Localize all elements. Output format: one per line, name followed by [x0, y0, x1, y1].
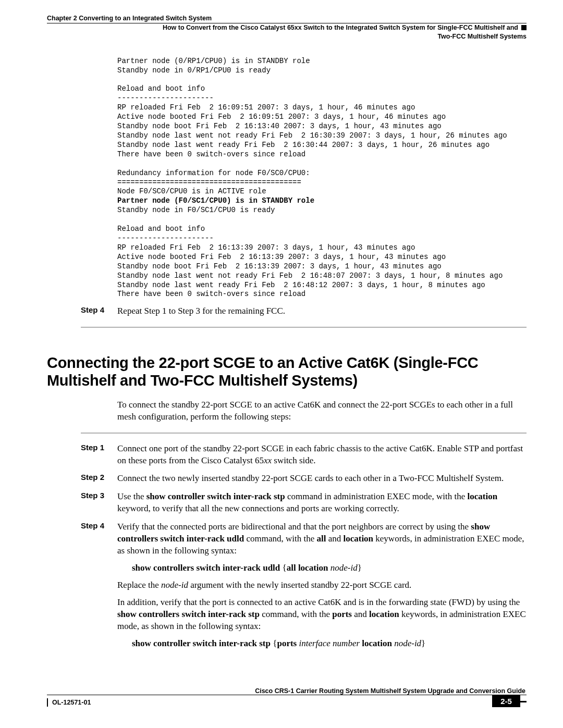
step-4: Step 4 Verify that the connected ports a… — [117, 521, 527, 655]
chapter-label: Chapter 2 Converting to an Integrated Sw… — [47, 15, 527, 22]
step-label: Step 4 — [81, 521, 117, 530]
header-square-icon — [521, 25, 527, 30]
step-body: Use the show controller switch inter-rac… — [117, 491, 527, 515]
step4-para3: In addition, verify that the port is con… — [117, 597, 527, 633]
footer-doc-title: Cisco CRS-1 Carrier Routing System Multi… — [47, 687, 525, 695]
section-heading: Connecting the 22-port SCGE to an Active… — [47, 354, 527, 389]
section-divider — [81, 327, 527, 328]
step-label: Step 2 — [81, 473, 117, 482]
step-4-repeat: Step 4 Repeat Step 1 to Step 3 for the r… — [117, 305, 527, 317]
step-label: Step 4 — [81, 305, 117, 314]
footer-row: OL-12571-01 2-5 — [47, 695, 527, 708]
step-body: Connect one port of the standby 22-port … — [117, 443, 527, 467]
header-subtitle-line2: Two-FCC Multishelf Systems — [437, 33, 527, 40]
command-syntax-stp: show controller switch inter-rack stp {p… — [132, 638, 527, 650]
step4-para2: Replace the node-id argument with the ne… — [117, 579, 527, 591]
command-syntax-udld: show controllers switch inter-rack udld … — [132, 562, 527, 574]
step-body: Verify that the connected ports are bidi… — [117, 521, 527, 655]
step-body: Repeat Step 1 to Step 3 for the remainin… — [117, 305, 285, 317]
page: Chapter 2 Converting to an Integrated Sw… — [0, 0, 563, 728]
chapter-header: Chapter 2 Converting to an Integrated Sw… — [47, 15, 527, 41]
header-subtitle: How to Convert from the Cisco Catalyst 6… — [47, 23, 527, 41]
content-column: Partner node (0/RP1/CPU0) is in STANDBY … — [117, 57, 527, 328]
section-content: To connect the standby 22-port SCGE to a… — [117, 399, 527, 655]
step-3: Step 3 Use the show controller switch in… — [117, 491, 527, 515]
footer-bar-icon — [47, 698, 48, 707]
footer-doc-code: OL-12571-01 — [47, 698, 91, 707]
page-footer: Cisco CRS-1 Carrier Routing System Multi… — [47, 696, 527, 708]
steps-divider — [81, 433, 527, 434]
header-subtitle-line1: How to Convert from the Cisco Catalyst 6… — [163, 24, 518, 31]
terminal-output: Partner node (0/RP1/CPU0) is in STANDBY … — [117, 57, 527, 300]
step-2: Step 2 Connect the two newly inserted st… — [117, 473, 527, 485]
footer-tick-icon — [520, 701, 527, 702]
step-label: Step 1 — [81, 443, 117, 452]
step-label: Step 3 — [81, 491, 117, 500]
step-1: Step 1 Connect one port of the standby 2… — [117, 443, 527, 467]
section-intro: To connect the standby 22-port SCGE to a… — [117, 399, 527, 423]
step-body: Connect the two newly inserted standby 2… — [117, 473, 504, 485]
footer-page-wrap: 2-5 — [492, 695, 527, 708]
page-number-box: 2-5 — [492, 695, 520, 707]
